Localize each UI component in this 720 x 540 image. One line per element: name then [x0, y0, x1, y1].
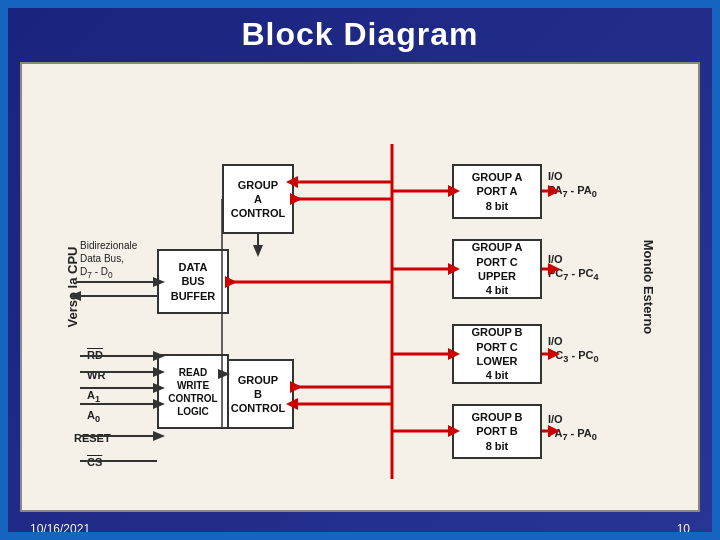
svg-marker-40: [153, 399, 165, 409]
svg-marker-20: [286, 176, 298, 188]
svg-marker-14: [548, 348, 560, 360]
svg-marker-34: [153, 351, 165, 361]
svg-marker-18: [290, 193, 302, 205]
slide: Block Diagram Verso la CPU Mondo Esterno…: [0, 0, 720, 540]
svg-marker-30: [225, 276, 237, 288]
slide-title: Block Diagram: [0, 0, 720, 59]
date-label: 10/16/2021: [30, 522, 90, 536]
svg-marker-42: [153, 431, 165, 441]
svg-marker-6: [448, 348, 460, 360]
svg-marker-32: [253, 245, 263, 257]
svg-marker-46: [218, 369, 230, 379]
page-number: 10: [677, 522, 690, 536]
svg-marker-36: [153, 367, 165, 377]
svg-marker-8: [448, 425, 460, 437]
svg-marker-12: [548, 263, 560, 275]
diagram-svg: [22, 64, 698, 510]
svg-marker-10: [548, 185, 560, 197]
svg-marker-2: [448, 185, 460, 197]
svg-marker-16: [548, 425, 560, 437]
svg-marker-28: [69, 291, 81, 301]
svg-marker-4: [448, 263, 460, 275]
diagram-area: Verso la CPU Mondo Esterno GROUP A CONTR…: [20, 62, 700, 512]
svg-marker-24: [286, 398, 298, 410]
svg-marker-38: [153, 383, 165, 393]
svg-marker-26: [153, 277, 165, 287]
svg-marker-22: [290, 381, 302, 393]
